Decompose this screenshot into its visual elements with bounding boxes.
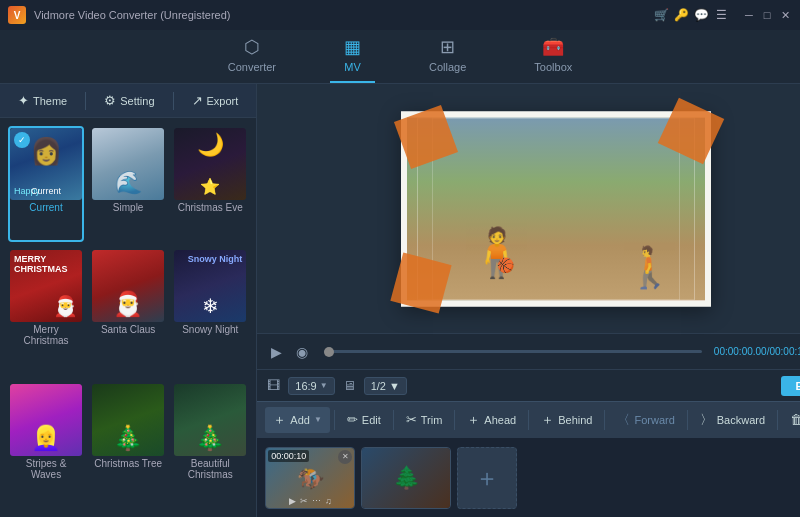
ahead-button[interactable]: ＋ Ahead (459, 407, 524, 433)
app-title: Vidmore Video Converter (Unregistered) (34, 9, 654, 21)
add-dropdown-icon: ▼ (314, 415, 322, 424)
page-select[interactable]: 1/2 ▼ (364, 377, 407, 395)
trim-label: Trim (421, 414, 443, 426)
preview-player-2: 🚶 (625, 243, 675, 290)
theme-item-snowy-night[interactable]: Snowy Night ❄ Snowy Night (172, 248, 248, 375)
progress-handle[interactable] (324, 347, 334, 357)
theme-label-merry-christmas: Merry Christmas (10, 322, 82, 348)
setting-label: Setting (120, 95, 154, 107)
nav-tabs: ⬡ Converter ▦ MV ⊞ Collage 🧰 Toolbox (0, 30, 800, 84)
trim-button[interactable]: ✂ Trim (398, 408, 451, 431)
add-media-icon: ＋ (475, 462, 499, 494)
tb-sep-4 (528, 410, 529, 430)
main-content: ✦ Theme ⚙ Setting ↗ Export ✓ Happy 👩 (0, 84, 800, 517)
ratio-select[interactable]: 16:9 ▼ (288, 377, 334, 395)
close-button[interactable]: ✕ (778, 8, 792, 22)
app-icon: V (8, 6, 26, 24)
title-bar: V Vidmore Video Converter (Unregistered)… (0, 0, 800, 30)
trim-icon: ✂ (406, 412, 417, 427)
play-button[interactable]: ▶ (267, 342, 286, 362)
forward-label: Forward (634, 414, 674, 426)
backward-label: Backward (717, 414, 765, 426)
media-duration-1: 00:00:10 (268, 450, 309, 462)
menu-icon[interactable]: ☰ (714, 8, 728, 22)
export-left-label: Export (207, 95, 239, 107)
edit-label: Edit (362, 414, 381, 426)
media-strip: 🏇 ✕ 00:00:10 ▶ ✂ ⋯ ♫ 🌲 ＋ (257, 437, 800, 517)
theme-icon: ✦ (18, 93, 29, 108)
edit-icon: ✏ (347, 412, 358, 427)
theme-label-beautiful-christmas: Beautiful Christmas (174, 456, 246, 482)
ratio-dropdown-icon: ▼ (320, 381, 328, 390)
theme-item-stripes-waves[interactable]: 👱‍♀️ Stripes & Waves (8, 382, 84, 509)
behind-icon: ＋ (541, 411, 554, 429)
media-thumb-2: 🌲 (362, 448, 450, 508)
backward-button[interactable]: 〉 Backward (692, 407, 773, 433)
theme-item-santa-claus[interactable]: 🎅 Santa Claus (90, 248, 166, 375)
stop-button[interactable]: ◉ (292, 342, 312, 362)
theme-item-merry-christmas[interactable]: MERRYCHRISTMAS 🎅 Merry Christmas (8, 248, 84, 375)
maximize-button[interactable]: □ (760, 8, 774, 22)
tab-mv[interactable]: ▦ MV (330, 30, 375, 83)
theme-label-stripes-waves: Stripes & Waves (10, 456, 82, 482)
theme-label-christmas-tree: Christmas Tree (92, 456, 164, 471)
tab-mv-label: MV (344, 61, 361, 73)
media-controls-1: ▶ ✂ ⋯ ♫ (266, 496, 354, 506)
setting-button[interactable]: ⚙ Setting (94, 89, 164, 112)
media-scissors-icon: ✂ (300, 496, 308, 506)
key-icon[interactable]: 🔑 (674, 8, 688, 22)
theme-button[interactable]: ✦ Theme (8, 89, 77, 112)
media-close-1[interactable]: ✕ (338, 450, 352, 464)
minimize-button[interactable]: ─ (742, 8, 756, 22)
backward-icon: 〉 (700, 411, 713, 429)
add-media-button[interactable]: ＋ (457, 447, 517, 509)
tab-toolbox[interactable]: 🧰 Toolbox (520, 30, 586, 83)
ahead-icon: ＋ (467, 411, 480, 429)
film-icon: 🎞 (267, 378, 280, 393)
theme-label-simple: Simple (92, 200, 164, 215)
theme-item-beautiful-christmas[interactable]: 🎄 Beautiful Christmas (172, 382, 248, 509)
theme-label-christmas-eve: Christmas Eve (174, 200, 246, 215)
tb-sep-7 (777, 410, 778, 430)
toolbox-icon: 🧰 (542, 36, 564, 58)
theme-item-current[interactable]: ✓ Happy 👩 Current (8, 126, 84, 242)
add-icon: ＋ (273, 411, 286, 429)
ratio-controls: 🎞 16:9 ▼ 🖥 1/2 ▼ Export (257, 369, 800, 401)
tab-collage[interactable]: ⊞ Collage (415, 30, 480, 83)
screen-icon: 🖥 (343, 378, 356, 393)
edit-button[interactable]: ✏ Edit (339, 408, 389, 431)
forward-button[interactable]: 〈 Forward (609, 407, 682, 433)
tb-sep-5 (604, 410, 605, 430)
theme-item-christmas-eve[interactable]: 🌙 ⭐ Christmas Eve (172, 126, 248, 242)
bottom-toolbar: ＋ Add ▼ ✏ Edit ✂ Trim ＋ Ahead ＋ Behi (257, 401, 800, 437)
preview-controls: ▶ ◉ 00:00:00.00/00:00:17.10 🔊 (257, 333, 800, 369)
export-icon: ↗ (192, 93, 203, 108)
theme-item-simple[interactable]: 🌊 Simple (90, 126, 166, 242)
time-display: 00:00:00.00/00:00:17.10 (714, 346, 800, 357)
separator-2 (173, 92, 174, 110)
cart-icon[interactable]: 🛒 (654, 8, 668, 22)
tab-collage-label: Collage (429, 61, 466, 73)
left-panel: ✦ Theme ⚙ Setting ↗ Export ✓ Happy 👩 (0, 84, 257, 517)
progress-bar[interactable] (324, 350, 702, 353)
media-item-2[interactable]: 🌲 (361, 447, 451, 509)
theme-label: Theme (33, 95, 67, 107)
tab-converter[interactable]: ⬡ Converter (214, 30, 290, 83)
tab-toolbox-label: Toolbox (534, 61, 572, 73)
page-value: 1/2 (371, 380, 386, 392)
empty-button[interactable]: 🗑 Empty (782, 408, 800, 431)
behind-button[interactable]: ＋ Behind (533, 407, 600, 433)
page-dropdown-icon: ▼ (389, 380, 400, 392)
right-panel: 🧍 🚶 🏀 ▶ ◉ 00:00:00.00/00:00:17.10 🔊 🎞 (257, 84, 800, 517)
tb-sep-3 (454, 410, 455, 430)
theme-item-christmas-tree[interactable]: 🎄 Christmas Tree (90, 382, 166, 509)
media-item-1[interactable]: 🏇 ✕ 00:00:10 ▶ ✂ ⋯ ♫ (265, 447, 355, 509)
export-button[interactable]: Export (781, 376, 800, 396)
chat-icon[interactable]: 💬 (694, 8, 708, 22)
add-button[interactable]: ＋ Add ▼ (265, 407, 330, 433)
setting-icon: ⚙ (104, 93, 116, 108)
ratio-value: 16:9 (295, 380, 316, 392)
export-left-button[interactable]: ↗ Export (182, 89, 249, 112)
empty-icon: 🗑 (790, 412, 800, 427)
add-label: Add (290, 414, 310, 426)
